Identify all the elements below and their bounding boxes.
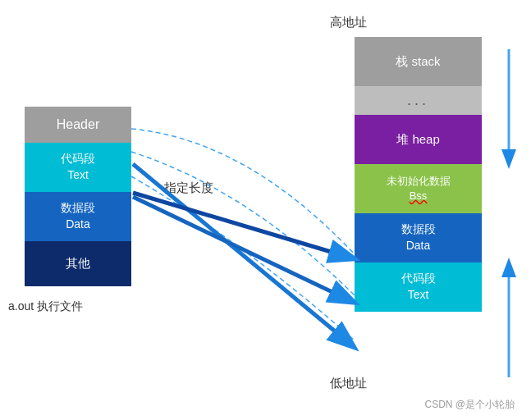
mem-bss-block: 未初始化数据 Bss — [355, 164, 482, 213]
mem-data-sublabel: Data — [406, 238, 431, 254]
mem-text-block: 代码段 Text — [355, 262, 482, 312]
file-header-label: Header — [57, 117, 99, 132]
mem-dots-block: ... — [355, 86, 482, 115]
mem-heap-block: 堆 heap — [355, 115, 482, 164]
mem-stack-block: 栈 stack — [355, 37, 482, 86]
zhiding-label: 指定长度 — [164, 180, 213, 196]
file-structure: Header 代码段 Text 数据段 Data 其他 — [25, 107, 131, 286]
file-data-label: 数据段 — [61, 200, 95, 217]
mem-data-block: 数据段 Data — [355, 213, 482, 262]
file-other-block: 其他 — [25, 241, 131, 286]
file-other-label: 其他 — [66, 256, 90, 272]
mem-heap-label: 堆 heap — [396, 132, 440, 148]
low-address-label: 低地址 — [330, 376, 367, 391]
file-code-block: 代码段 Text — [25, 143, 131, 192]
mem-bss-label: 未初始化数据 — [387, 174, 451, 189]
mem-text-label: 代码段 — [401, 271, 436, 287]
memory-structure: 栈 stack ... 堆 heap 未初始化数据 Bss 数据段 Data 代… — [355, 37, 482, 312]
diagram-container: 高地址 Header 代码段 Text 数据段 Data 其他 a.out 执行… — [0, 0, 531, 420]
file-code-sublabel: Text — [67, 167, 89, 184]
footer-label: CSDN @是个小轮胎 — [424, 398, 515, 412]
file-code-label: 代码段 — [61, 151, 95, 167]
file-data-sublabel: Data — [66, 217, 90, 233]
svg-line-2 — [133, 193, 353, 258]
mem-bss-sublabel: Bss — [410, 189, 428, 203]
mem-data-label: 数据段 — [401, 221, 436, 238]
file-label: a.out 执行文件 — [8, 299, 83, 314]
high-address-label: 高地址 — [330, 15, 367, 30]
mem-text-sublabel: Text — [408, 287, 429, 304]
file-header-block: Header — [25, 107, 131, 143]
mem-dots-label: ... — [407, 92, 429, 109]
file-data-block: 数据段 Data — [25, 192, 131, 241]
svg-line-1 — [133, 197, 353, 302]
mem-stack-label: 栈 stack — [396, 54, 440, 70]
